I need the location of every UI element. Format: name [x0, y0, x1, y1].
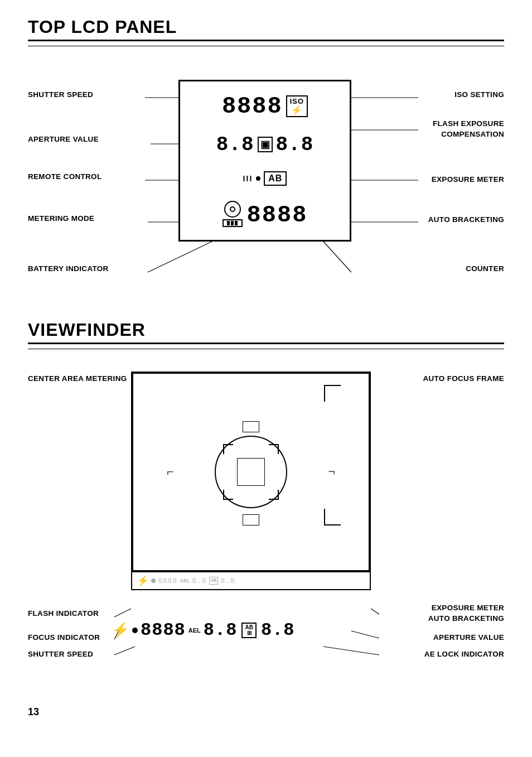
auto-focus-frame-label: AUTO FOCUS FRAME: [423, 374, 504, 384]
viewfinder-section: VIEWFINDER CENTER AREA METERING AUTO FOC…: [28, 320, 504, 690]
shutter-speed-label: SHUTTER SPEED: [28, 90, 93, 100]
top-divider1: [28, 40, 504, 41]
lcd-exp-comp-digits: 8.8: [276, 133, 314, 156]
page-number: 13: [28, 706, 504, 718]
vf-ab-box: AB ⊞: [241, 623, 256, 638]
vf-diagram: CENTER AREA METERING AUTO FOCUS FRAME: [28, 366, 504, 690]
auto-bracketing-label: AUTO BRACKETING: [428, 215, 504, 225]
ghost-aperture: 8.8: [220, 577, 235, 585]
vf-ab-top: AB: [245, 625, 253, 630]
metering-line: [231, 221, 234, 225]
top-lcd-section: TOP LCD PANEL SHUTTER SP: [28, 17, 504, 297]
ab-box: AB: [264, 171, 287, 186]
af-corner-tr: [269, 444, 279, 454]
iso-box: ISO ⚡: [286, 95, 308, 118]
svg-line-8: [148, 242, 212, 272]
lcd-shutter-digits: 8888: [222, 95, 283, 118]
aperture-value-label: APERTURE VALUE: [28, 134, 99, 144]
svg-line-9: [323, 242, 351, 272]
metering-mode-label: METERING MODE: [28, 214, 94, 224]
exposure-meter-label: EXPOSURE METER: [432, 175, 504, 185]
vf-shutter-speed-label: SHUTTER SPEED: [28, 649, 93, 659]
counter-label: COUNTER: [466, 264, 504, 274]
ghost-ab-box: AB: [209, 577, 219, 585]
vf-bullet-dot: [132, 628, 138, 633]
lcd-row-1: 8888 ISO ⚡: [188, 95, 342, 118]
af-corner-br: [269, 490, 279, 500]
vf-divider2: [28, 349, 504, 349]
iso-setting-label: ISO SETTING: [454, 90, 504, 100]
lcd-display-box: 8888 ISO ⚡ 8.8 ▣ 8.8 III: [178, 80, 351, 242]
lcd-circle-dot: [256, 176, 260, 181]
vf-aperture-digits: 8.8: [204, 620, 238, 640]
af-corner-tl: [223, 444, 233, 454]
metering-icons: [223, 201, 243, 227]
af-large-tl: [324, 385, 341, 402]
viewfinder-box: ⌐ ¬: [131, 372, 371, 572]
ab-label: AB: [268, 173, 282, 183]
metering-inner: [230, 206, 235, 212]
metering-rect: [223, 219, 243, 227]
side-mark-left: ⌐: [167, 465, 174, 479]
lcd-row-3: III AB: [188, 171, 342, 186]
flash-symbol: ⚡: [291, 105, 302, 115]
vf-ab-bottom: ⊞: [247, 630, 252, 636]
lcd-counter-digits: 8888: [247, 204, 308, 227]
vf-exposure-meter-label: EXPOSURE METERAUTO BRACKETING: [428, 603, 504, 624]
metering-circle: [224, 201, 241, 218]
focus-indicator-label: FOCUS INDICATOR: [28, 633, 100, 643]
top-lcd-title: TOP LCD PANEL: [28, 17, 504, 37]
ghost-ael: AEL: [180, 578, 190, 584]
ghost-shutter: 8.8: [192, 577, 206, 585]
ae-lock-indicator-label: AE LOCK INDICATOR: [424, 649, 504, 659]
svg-line-12: [114, 609, 131, 617]
svg-line-17: [323, 647, 379, 655]
vf-flash-icon: ⚡: [112, 621, 129, 639]
plus-icon: ▣: [260, 138, 270, 151]
af-corner-bl: [223, 490, 233, 500]
iso-label: ISO: [290, 98, 304, 105]
ghost-digits: 8888: [158, 577, 177, 585]
flash-exposure-comp-label: FLASH EXPOSURECOMPENSATION: [433, 119, 504, 140]
metering-lines: [227, 221, 238, 225]
lcd-dots: III: [243, 174, 253, 183]
vf-shutter-digits: 8888: [141, 620, 186, 640]
center-area-metering-label: CENTER AREA METERING: [28, 374, 127, 384]
viewfinder-title: VIEWFINDER: [28, 320, 504, 340]
side-mark-right: ¬: [328, 465, 335, 479]
top-bracket: [243, 421, 259, 432]
lcd-diagram: SHUTTER SPEED APERTURE VALUE REMOTE CONT…: [28, 63, 504, 297]
svg-line-16: [114, 647, 135, 655]
inner-af-frame: [237, 458, 265, 486]
bottom-bracket: [243, 514, 259, 525]
metering-line: [227, 221, 230, 225]
vf-exp-digits: 8.8: [261, 620, 295, 640]
lcd-aperture-digits: 8.8: [216, 133, 254, 156]
vf-divider1: [28, 343, 504, 344]
metering-line: [235, 221, 238, 225]
flash-indicator-label: FLASH INDICATOR: [28, 609, 99, 619]
ghost-bullet: [151, 578, 156, 583]
vf-ghost-display: ⚡ 8888 AEL 8.8 AB 8.8: [131, 572, 371, 590]
vf-inner: ⌐ ¬: [133, 374, 369, 570]
ghost-flash-icon: ⚡: [137, 575, 149, 587]
top-divider2: [28, 46, 504, 46]
lcd-row-2: 8.8 ▣ 8.8: [188, 133, 342, 156]
vf-aperture-value-label: APERTURE VALUE: [433, 633, 504, 643]
lcd-row-4: 8888: [188, 201, 342, 227]
plus-box: ▣: [258, 137, 273, 152]
vf-ael-text: AEL: [188, 627, 201, 634]
battery-indicator-label: BATTERY INDICATOR: [28, 264, 109, 274]
vf-indicator-row: ⚡ 8888 AEL 8.8 AB ⊞ 8.8: [112, 620, 385, 640]
svg-line-13: [371, 609, 379, 614]
remote-control-label: REMOTE CONTROL: [28, 172, 101, 182]
af-large-bl: [324, 509, 341, 525]
